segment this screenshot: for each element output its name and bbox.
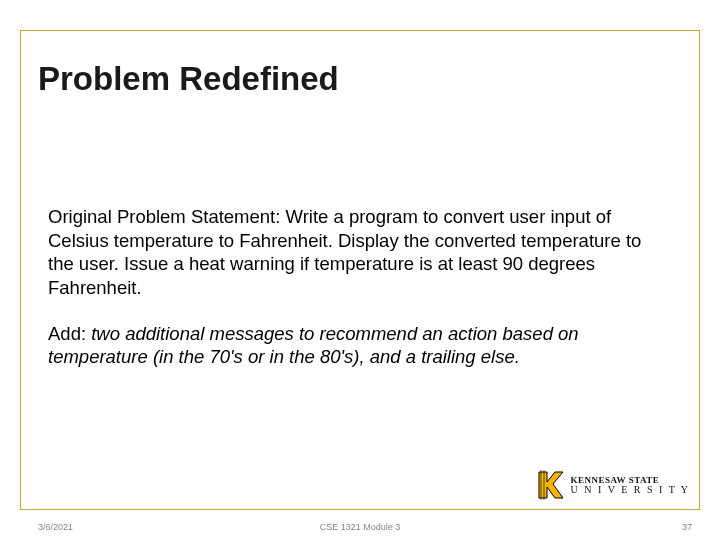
paragraph-add: Add: two additional messages to recommen… [48, 322, 672, 369]
add-text: two additional messages to recommend an … [48, 323, 579, 368]
add-label: Add: [48, 323, 91, 344]
slide-title: Problem Redefined [38, 60, 339, 98]
slide-body: Original Problem Statement: Write a prog… [48, 205, 672, 369]
paragraph-original: Original Problem Statement: Write a prog… [48, 205, 672, 300]
slide: Problem Redefined Original Problem State… [0, 0, 720, 540]
footer-date: 3/6/2021 [38, 522, 73, 532]
logo-text: KENNESAW STATE U N I V E R S I T Y [571, 476, 690, 495]
ksu-logo-icon [535, 468, 565, 502]
footer-page-number: 37 [682, 522, 692, 532]
slide-footer: 3/6/2021 CSE 1321 Module 3 37 [0, 516, 720, 534]
logo-line2: U N I V E R S I T Y [571, 485, 690, 495]
university-logo: KENNESAW STATE U N I V E R S I T Y [535, 468, 690, 502]
footer-center: CSE 1321 Module 3 [320, 522, 401, 532]
